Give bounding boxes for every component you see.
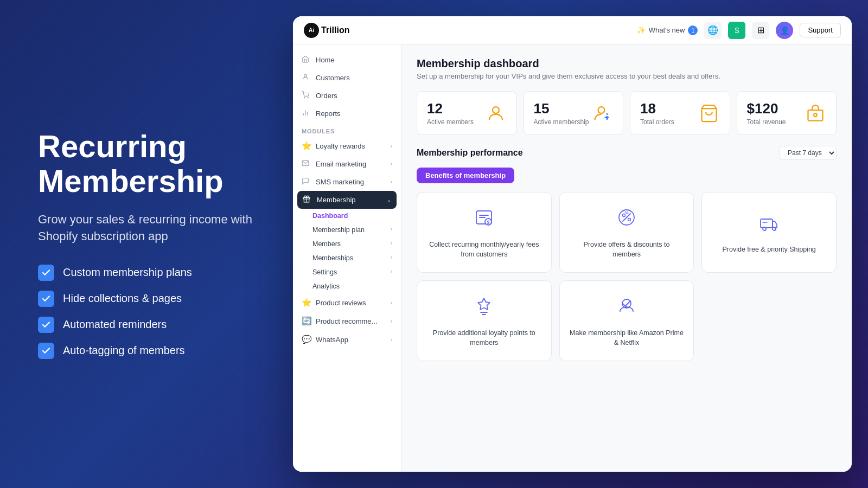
period-selector[interactable]: Past 7 days [780, 146, 837, 160]
check-icon [38, 317, 54, 333]
modules-label: MODULES [293, 123, 401, 137]
dollar-icon: $ [735, 26, 739, 35]
sidebar-item-whatsapp[interactable]: 💬 WhatsApp › [293, 330, 401, 349]
main-heading: Recurring Membership [38, 129, 255, 198]
membership-label: Membership [317, 196, 356, 204]
sidebar-item-sms[interactable]: SMS marketing › [293, 173, 401, 191]
logo: Ai Trillion [304, 23, 349, 38]
svg-point-22 [773, 227, 776, 230]
stat-info: $120 Total revenue [747, 100, 786, 126]
chevron-right-icon: › [391, 337, 392, 343]
sub-nav-members[interactable]: Members › [293, 237, 401, 251]
sidebar-item-membership[interactable]: Membership ⌄ [297, 191, 397, 209]
check-icon [38, 343, 54, 359]
feature-list: Custom membership plans Hide collections… [38, 265, 255, 359]
chevron-down-icon: ⌄ [387, 197, 391, 203]
sms-label: SMS marketing [316, 178, 364, 186]
chevron-right-icon: › [391, 226, 392, 232]
performance-title: Membership performance [417, 148, 523, 158]
card-text: Provide additional loyalty points to mem… [427, 329, 541, 348]
product-rec-icon: 🔄 [302, 316, 310, 326]
language-selector[interactable]: 🌐 [704, 22, 722, 39]
svg-point-21 [763, 227, 766, 230]
sub-nav-analytics[interactable]: Analytics [293, 279, 401, 293]
svg-point-8 [598, 107, 605, 113]
benefit-card-offers: % Provide offers & discounts to members [559, 192, 694, 273]
stat-info: 18 Total orders [640, 100, 674, 126]
stat-label: Active membership [534, 118, 589, 126]
home-icon [302, 55, 310, 65]
sidebar-item-email[interactable]: Email marketing › [293, 155, 401, 173]
chevron-right-icon: › [391, 318, 392, 324]
svg-point-1 [304, 98, 305, 98]
svg-text:%: % [624, 210, 628, 215]
stat-info: 12 Active members [427, 100, 474, 126]
card-text: Collect recurring monthly/yearly fees fr… [427, 240, 541, 259]
left-section: Recurring Membership Grow your sales & r… [0, 97, 293, 391]
svg-point-0 [304, 74, 307, 77]
stat-label: Total orders [640, 118, 674, 126]
stats-row: 12 Active members 15 Active membership [417, 91, 837, 135]
card-text: Provide offers & discounts to members [570, 240, 684, 259]
stat-number: $120 [747, 100, 786, 117]
product-reviews-label: Product reviews [316, 299, 366, 307]
reports-icon [302, 109, 310, 118]
sidebar-item-reports[interactable]: Reports [293, 105, 401, 123]
svg-text:$: $ [487, 220, 490, 225]
chevron-right-icon: › [391, 143, 392, 149]
benefit-card-loyalty: Provide additional loyalty points to mem… [417, 280, 552, 361]
stat-card-active-members: 12 Active members [417, 91, 517, 135]
svg-rect-20 [761, 219, 773, 228]
loyalty-label: Loyalty rewards [316, 142, 365, 150]
green-icon-button[interactable]: $ [728, 22, 745, 39]
sidebar-item-home[interactable]: Home [293, 51, 401, 69]
stat-card-active-membership: 15 Active membership [524, 91, 624, 135]
sub-nav-settings[interactable]: Settings › [293, 265, 401, 279]
sidebar-item-product-reviews[interactable]: ⭐ Product reviews › [293, 293, 401, 312]
orders-stat-icon [698, 102, 720, 124]
topbar: Ai Trillion ✨ What's new 1 🌐 $ ⊞ 👤 Suppo… [293, 16, 852, 44]
svg-point-7 [493, 107, 499, 113]
revenue-stat-icon [805, 102, 826, 124]
svg-rect-11 [808, 110, 823, 121]
page-title: Membership dashboard [417, 57, 837, 70]
avatar[interactable]: 👤 [776, 22, 793, 39]
whats-new-button[interactable]: ✨ What's new 1 [637, 25, 698, 35]
membership-stat-icon [591, 102, 613, 124]
home-label: Home [316, 56, 335, 64]
sub-nav-membership-plan[interactable]: Membership plan › [293, 223, 401, 237]
main-layout: Home Customers Orders Reports MOD [293, 44, 852, 472]
customers-label: Customers [316, 74, 350, 82]
feature-item: Auto-tagging of members [38, 343, 255, 359]
stat-label: Active members [427, 118, 474, 126]
page-subtitle: Set up a membership for your VIPs and gi… [417, 72, 837, 80]
benefit-card-prime: Make membership like Amazon Prime & Netf… [559, 280, 694, 361]
sidebar-item-loyalty[interactable]: ⭐ Loyalty rewards › [293, 137, 401, 155]
loyalty-card-icon [472, 294, 496, 322]
loyalty-icon: ⭐ [302, 141, 310, 151]
stat-info: 15 Active membership [534, 100, 589, 126]
stat-number: 18 [640, 100, 674, 117]
orders-icon [302, 91, 310, 100]
grid-icon: ⊞ [757, 25, 764, 35]
main-content: Membership dashboard Set up a membership… [401, 44, 852, 472]
feature-item: Custom membership plans [38, 265, 255, 281]
sparkle-icon: ✨ [637, 26, 646, 34]
support-button[interactable]: Support [800, 23, 841, 37]
app-window: Ai Trillion ✨ What's new 1 🌐 $ ⊞ 👤 Suppo… [293, 16, 852, 472]
sidebar-item-customers[interactable]: Customers [293, 69, 401, 87]
reports-label: Reports [316, 110, 341, 118]
card-text: Make membership like Amazon Prime & Netf… [570, 329, 684, 348]
sub-nav-dashboard[interactable]: Dashboard [293, 209, 401, 223]
check-icon [38, 265, 54, 281]
grid-icon-button[interactable]: ⊞ [752, 22, 769, 39]
whatsapp-label: WhatsApp [316, 336, 348, 344]
benefit-cards-grid: $ Collect recurring monthly/yearly fees … [417, 192, 837, 361]
sidebar-item-orders[interactable]: Orders [293, 87, 401, 105]
sms-icon [302, 177, 310, 187]
globe-icon: 🌐 [707, 25, 718, 35]
tab-benefits[interactable]: Benefits of membership [417, 168, 514, 183]
sidebar-item-product-rec[interactable]: 🔄 Product recomme... › [293, 312, 401, 330]
sub-nav-memberships[interactable]: Memberships › [293, 251, 401, 265]
stat-card-total-orders: 18 Total orders [630, 91, 730, 135]
